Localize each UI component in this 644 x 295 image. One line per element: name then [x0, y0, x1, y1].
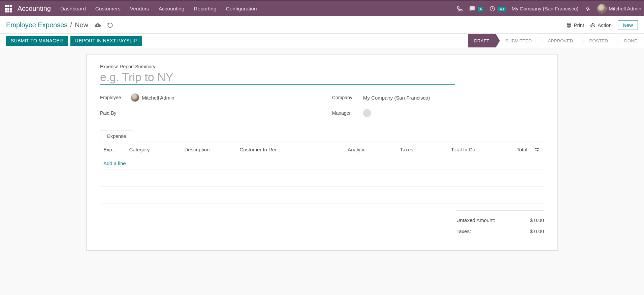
table-row-blank [100, 187, 544, 204]
breadcrumb-separator: / [70, 21, 72, 29]
statusbar: SUBMIT TO MANAGER REPORT IN NEXT PAYSLIP… [0, 33, 644, 48]
taxes-label: Taxes: [456, 228, 471, 234]
breadcrumb: Employee Expenses / New [6, 21, 113, 29]
cloud-save-icon[interactable] [94, 22, 101, 29]
svg-point-10 [537, 150, 538, 151]
status-step-draft[interactable]: DRAFT [468, 34, 496, 47]
messages-icon[interactable]: 4 [469, 5, 483, 12]
nav-item-customers[interactable]: Customers [95, 6, 121, 12]
phone-icon[interactable] [456, 5, 463, 12]
svg-point-6 [594, 26, 595, 27]
nav-user-name: Mitchell Admin [609, 6, 641, 11]
svg-point-5 [591, 26, 592, 27]
main-navbar: Accounting Dashboard Customers Vendors A… [0, 0, 644, 16]
col-total-currency[interactable]: Total In Cu... [417, 142, 483, 157]
add-line-button[interactable]: Add a line [103, 160, 126, 166]
nav-menu: Dashboard Customers Vendors Accounting R… [60, 6, 257, 12]
nav-user[interactable]: Mitchell Admin [597, 4, 641, 13]
totals: Untaxed Amount: $ 0.00 Taxes: $ 0.00 [100, 210, 544, 237]
control-panel: Employee Expenses / New Print Action New [0, 16, 644, 48]
breadcrumb-parent[interactable]: Employee Expenses [6, 21, 67, 29]
nav-item-reporting[interactable]: Reporting [194, 6, 216, 12]
new-button[interactable]: New [618, 20, 638, 30]
employee-label: Employee [100, 95, 126, 100]
report-in-next-payslip-button[interactable]: REPORT IN NEXT PAYSLIP [70, 36, 141, 46]
status-step-done[interactable]: DONE [615, 34, 644, 47]
status-step-posted[interactable]: POSTED [580, 34, 615, 47]
col-total[interactable]: Total [483, 142, 531, 157]
action-button[interactable]: Action [590, 22, 612, 28]
col-taxes[interactable]: Taxes [369, 142, 417, 157]
tab-expense[interactable]: Expense [100, 131, 133, 142]
tabs: Expense Exp... Category Description Cust… [100, 131, 544, 237]
table-row-blank [100, 170, 544, 187]
taxes-value: $ 0.00 [530, 228, 544, 234]
nav-item-accounting[interactable]: Accounting [159, 6, 185, 12]
company-label: Company [332, 95, 358, 100]
col-description[interactable]: Description [181, 142, 236, 157]
debug-icon[interactable] [584, 5, 591, 12]
avatar [597, 4, 607, 13]
manager-field[interactable] [363, 109, 374, 117]
svg-point-4 [592, 23, 593, 24]
col-category[interactable]: Category [126, 142, 181, 157]
form-sheet: Expense Report Summary Employee Mitchell… [86, 54, 558, 251]
submit-to-manager-button[interactable]: SUBMIT TO MANAGER [6, 36, 68, 46]
status-step-submitted[interactable]: SUBMITTED [496, 34, 538, 47]
cp-actions: Print Action New [566, 20, 638, 30]
col-customer[interactable]: Customer to Rei... [236, 142, 302, 157]
untaxed-value: $ 0.00 [530, 217, 544, 223]
nav-item-vendors[interactable]: Vendors [130, 6, 149, 12]
employee-field[interactable]: Mitchell Admin [131, 94, 174, 102]
summary-input[interactable] [100, 71, 455, 85]
expense-table: Exp... Category Description Customer to … [100, 142, 544, 204]
svg-point-8 [536, 148, 537, 149]
nav-item-dashboard[interactable]: Dashboard [60, 6, 86, 12]
print-button[interactable]: Print [566, 22, 584, 28]
manager-label: Manager [332, 110, 358, 116]
col-analytic[interactable]: Analytic [302, 142, 369, 157]
sliders-icon [534, 146, 540, 153]
activities-icon[interactable]: 43 [489, 5, 506, 12]
apps-icon[interactable] [4, 4, 13, 13]
table-row-add: Add a line [100, 157, 544, 170]
paid-by-label: Paid By [100, 110, 126, 116]
manager-avatar [363, 109, 371, 117]
summary-label: Expense Report Summary [100, 64, 544, 69]
status-steps: DRAFT SUBMITTED APPROVED POSTED DONE [468, 34, 644, 47]
nav-right: 4 43 My Company (San Francisco) Mitchell… [456, 4, 641, 13]
activities-badge: 43 [498, 7, 506, 11]
app-brand[interactable]: Accounting [18, 5, 51, 12]
messages-badge: 4 [478, 7, 483, 11]
company-value: My Company (San Francisco) [363, 95, 430, 101]
employee-value: Mitchell Admin [142, 95, 174, 101]
breadcrumb-current: New [75, 21, 88, 29]
employee-avatar [131, 94, 139, 102]
status-step-approved[interactable]: APPROVED [538, 34, 580, 47]
col-optional-toggle[interactable] [531, 142, 544, 157]
nav-company[interactable]: My Company (San Francisco) [512, 6, 578, 11]
nav-item-configuration[interactable]: Configuration [226, 6, 257, 12]
col-exp-date[interactable]: Exp... [100, 142, 126, 157]
untaxed-label: Untaxed Amount: [456, 217, 495, 223]
discard-icon[interactable] [107, 22, 113, 29]
company-field[interactable]: My Company (San Francisco) [363, 95, 430, 101]
